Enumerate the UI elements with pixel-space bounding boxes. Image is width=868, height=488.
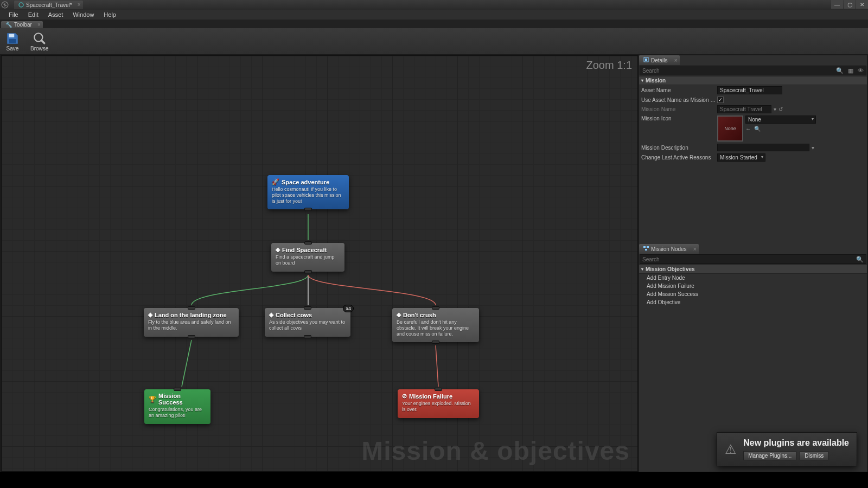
node-mission-failure[interactable]: ⊘Mission Failure Your engines exploded. … (398, 389, 479, 418)
mission-icon-thumbnail[interactable]: None (717, 115, 743, 142)
asset-name-field[interactable]: Spacecraft_Travel (717, 86, 782, 94)
dismiss-button[interactable]: Dismiss (800, 451, 828, 460)
add-objective-item[interactable]: Add Objective (639, 298, 867, 306)
node-land-desc: Fly to the blue area and safely land on … (148, 319, 234, 331)
menu-window[interactable]: Window (68, 10, 98, 19)
mission-objectives-section[interactable]: ▾ Mission Objectives (639, 265, 867, 274)
node-output-pin[interactable] (304, 208, 312, 211)
objective-icon: ◈ (269, 311, 273, 318)
zoom-indicator: Zoom 1:1 (586, 59, 632, 72)
node-failure-desc: Your engines exploded. Mission is over. (402, 401, 475, 413)
node-input-pin[interactable] (174, 388, 181, 391)
dropdown-arrow-icon[interactable]: ▾ (812, 145, 814, 151)
objective-icon: ◈ (148, 311, 152, 318)
node-input-pin[interactable] (188, 306, 195, 310)
details-tab[interactable]: Details × (639, 55, 680, 65)
notification-header: New plugins are available (743, 438, 849, 448)
details-search[interactable]: 🔍 ▦ 👁 (640, 66, 866, 75)
node-land[interactable]: ◈Land on the landing zone Fly to the blu… (144, 308, 239, 337)
node-mission-success[interactable]: 🏆Mission Success Congratulations, you ar… (144, 389, 210, 424)
toolbar: Save Browse (0, 28, 868, 54)
node-dont-crush[interactable]: ◈Don't crush Be carefull and don't hit a… (392, 308, 479, 342)
prop-mission-name: Mission Name Spacecraft Travel ▾ ↺ (639, 104, 867, 114)
svg-rect-9 (647, 246, 649, 248)
svg-point-5 (34, 33, 42, 41)
nodes-icon (643, 246, 649, 252)
menu-file[interactable]: File (4, 10, 23, 19)
window-minimize-button[interactable]: — (831, 0, 843, 9)
menu-edit[interactable]: Edit (24, 10, 43, 19)
node-output-pin[interactable] (432, 341, 439, 344)
tab-icon (18, 2, 24, 8)
details-section-mission[interactable]: ▾ Mission (639, 76, 867, 85)
engine-logo-icon (0, 0, 10, 10)
window-maximize-button[interactable]: ▢ (844, 0, 856, 9)
node-collect-cows[interactable]: x4 ◈Collect cows As side objectives you … (265, 308, 350, 337)
triangle-down-icon: ▾ (641, 267, 643, 272)
node-input-pin[interactable] (432, 306, 439, 310)
mission-nodes-tab-close-icon[interactable]: × (693, 246, 697, 252)
svg-rect-4 (9, 39, 16, 43)
toolbar-tab-label: Toolbar (14, 22, 32, 28)
browse-button[interactable]: Browse (28, 30, 50, 53)
node-find-spacecraft[interactable]: ◈Find Spacecraft Find a spacecraft and j… (271, 243, 344, 272)
node-success-desc: Congratulations, you are an amazing pilo… (149, 407, 206, 419)
use-asset-name-checkbox[interactable]: ✓ (717, 97, 724, 103)
mission-nodes-search[interactable]: 🔍 (640, 254, 866, 264)
prop-use-asset-name: Use Asset Name as Mission Na ✓ (639, 95, 867, 104)
add-mission-success-item[interactable]: Add Mission Success (639, 290, 867, 298)
toolbar-tab-close-icon[interactable]: × (37, 22, 41, 28)
browse-icon (33, 31, 47, 46)
svg-rect-7 (645, 59, 647, 61)
mission-name-field[interactable]: Spacecraft Travel (717, 105, 771, 113)
window-close-button[interactable]: ✕ (856, 0, 868, 9)
wrench-icon: 🔧 (5, 22, 12, 28)
node-output-pin[interactable] (188, 335, 195, 338)
node-input-pin[interactable] (304, 241, 312, 245)
prop-asset-name: Asset Name Spacecraft_Travel (639, 85, 867, 95)
search-icon[interactable]: 🔍 (834, 67, 846, 74)
tab-close-icon[interactable]: × (78, 2, 81, 8)
rocket-icon: 🚀 (272, 178, 279, 185)
tab-label: Spacecraft_Travel* (26, 2, 72, 8)
menu-bar: File Edit Asset Window Help (0, 10, 868, 20)
prop-change-reason: Change Last Active Reasons Mission Start… (639, 152, 867, 163)
node-input-pin[interactable] (435, 388, 442, 391)
manage-plugins-button[interactable]: Manage Plugins... (743, 451, 796, 460)
prop-mission-description: Mission Description ▾ (639, 143, 867, 152)
mission-nodes-tab[interactable]: Mission Nodes × (639, 244, 699, 254)
node-entry[interactable]: 🚀Space adventure Hello cosmonaut! If you… (267, 175, 349, 209)
svg-rect-3 (9, 34, 15, 37)
menu-help[interactable]: Help (99, 10, 120, 19)
details-search-input[interactable] (640, 68, 834, 74)
view-options-icon[interactable]: ▦ (846, 67, 856, 74)
details-panel: Details × 🔍 ▦ 👁 ▾ Mission Asset Name Spa… (639, 55, 867, 244)
graph-watermark: Mission & objectives (361, 436, 630, 466)
node-input-pin[interactable] (304, 306, 311, 310)
reset-icon[interactable]: ↺ (778, 106, 783, 112)
search-icon[interactable]: 🔍 (854, 256, 866, 263)
dropdown-arrow-icon[interactable]: ▾ (774, 106, 776, 112)
menu-asset[interactable]: Asset (44, 10, 68, 19)
mission-icon-dropdown[interactable]: None (745, 115, 816, 124)
add-entry-node-item[interactable]: Add Entry Node (639, 274, 867, 282)
toolbar-tab[interactable]: 🔧 Toolbar × (1, 21, 43, 28)
add-mission-failure-item[interactable]: Add Mission Failure (639, 282, 867, 290)
change-reason-dropdown[interactable]: Mission Started (717, 153, 765, 162)
node-output-pin[interactable] (304, 335, 311, 338)
prop-mission-icon: Mission Icon None None ← 🔍 (639, 114, 867, 143)
node-crush-desc: Be carefull and don't hit any obstacle. … (397, 319, 475, 337)
mission-nodes-search-input[interactable] (640, 256, 854, 262)
save-button[interactable]: Save (3, 30, 22, 53)
details-tab-close-icon[interactable]: × (674, 57, 678, 63)
mission-description-field[interactable] (717, 144, 809, 151)
use-selected-icon[interactable]: ← (745, 126, 751, 132)
document-tab[interactable]: Spacecraft_Travel* × (14, 1, 83, 9)
eye-icon[interactable]: 👁 (856, 67, 866, 74)
save-icon (5, 31, 20, 46)
node-output-pin[interactable] (304, 270, 312, 273)
details-icon (643, 57, 649, 63)
mission-graph-canvas[interactable]: Zoom 1:1 Mission & objectives 🚀Space adv… (1, 55, 638, 472)
browse-asset-icon[interactable]: 🔍 (754, 126, 761, 132)
browse-label: Browse (30, 46, 48, 52)
